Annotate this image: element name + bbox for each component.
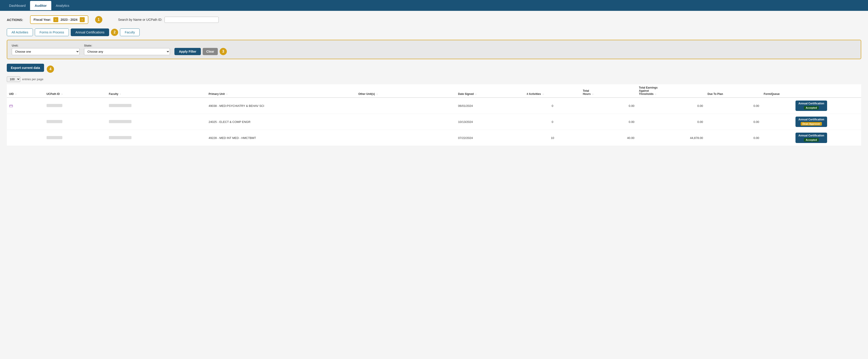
apply-filter-button[interactable]: Apply Filter xyxy=(175,48,201,55)
status-accepted-badge-3: Accepted xyxy=(804,138,819,142)
table-row: 49228 - MED INT MED - HMCTBMT 07/22/2024… xyxy=(7,130,861,146)
th-other-units: Other Unit(s) ↕ xyxy=(356,84,456,98)
unit-filter-label: Unit: xyxy=(12,44,80,47)
unit-filter-group: Unit: Choose one xyxy=(12,44,80,55)
th-total-hours: TotalHours ↕ xyxy=(581,84,637,98)
activities-cell-2: 0 xyxy=(524,114,580,130)
ucpath-cell-2 xyxy=(44,114,106,130)
sort-total-hours-icon[interactable]: ↕ xyxy=(592,93,593,95)
faculty-value-blurred-2 xyxy=(109,120,131,123)
ucpath-cell-3 xyxy=(44,130,106,146)
actions-bar: ACTIONS: Fiscal Year: ‹ 2023 - 2024 › 1 … xyxy=(7,16,861,24)
uid-cell-3 xyxy=(7,130,44,146)
ucpath-value-blurred-2 xyxy=(46,120,62,123)
th-faculty: Faculty ↑ xyxy=(106,84,207,98)
due-plan-cell-1: 0.00 xyxy=(705,98,762,114)
ucpath-cell xyxy=(44,98,106,114)
main-content: ACTIONS: Fiscal Year: ‹ 2023 - 2024 › 1 … xyxy=(0,11,868,150)
nav-auditor[interactable]: Auditor xyxy=(30,1,51,10)
sort-date-signed-icon[interactable]: ↕ xyxy=(475,93,476,95)
fiscal-year-selector: Fiscal Year: ‹ 2023 - 2024 › xyxy=(30,16,88,24)
ucpath-value-blurred-3 xyxy=(46,136,62,139)
fiscal-year-label: Fiscal Year: xyxy=(34,18,51,22)
other-units-cell-3 xyxy=(356,130,456,146)
annual-certification-badge-3[interactable]: Annual Certification Accepted xyxy=(796,132,827,143)
uid-cell-2 xyxy=(7,114,44,130)
nav-dashboard[interactable]: Dashboard xyxy=(4,1,30,10)
earnings-cell-1: 0.00 xyxy=(637,98,705,114)
fiscal-year-prev-button[interactable]: ‹ xyxy=(53,17,58,22)
sort-ucpath-icon[interactable]: ↕ xyxy=(61,93,63,95)
date-signed-cell-3: 07/22/2024 xyxy=(456,130,525,146)
tab-annual-certifications[interactable]: Annual Certifications xyxy=(71,28,109,36)
certifications-table: UID ↕ UCPath ID ↕ Faculty ↑ Primary Unit… xyxy=(7,84,861,146)
annual-certification-badge-2[interactable]: Annual Certification Dean Approver xyxy=(796,117,827,127)
form-queue-cell-2: Annual Certification Dean Approver xyxy=(762,114,861,130)
tab-all-activities[interactable]: All Activities xyxy=(7,28,33,36)
th-ucpath: UCPath ID ↕ xyxy=(44,84,106,98)
other-units-cell-2 xyxy=(356,114,456,130)
actions-label: ACTIONS: xyxy=(7,18,23,22)
form-queue-cell-1: Annual Certification Accepted xyxy=(762,98,861,114)
annual-certification-badge-1[interactable]: Annual Certification Accepted xyxy=(796,100,827,111)
entries-per-page-row: 10 25 50 100 entries per page xyxy=(7,77,861,82)
step-badge-1: 1 xyxy=(95,16,102,23)
step-badge-2: 2 xyxy=(111,29,118,36)
state-filter-label: State: xyxy=(84,44,170,47)
ucpath-value-blurred xyxy=(46,104,62,107)
faculty-value-blurred xyxy=(109,104,131,107)
date-signed-cell-2: 10/13/2024 xyxy=(456,114,525,130)
th-date-signed: Date Signed ↕ xyxy=(456,84,525,98)
fiscal-year-value: 2023 - 2024 xyxy=(61,18,78,22)
unit-filter-select[interactable]: Choose one xyxy=(12,48,80,55)
th-primary-unit: Primary Unit ↕ xyxy=(206,84,356,98)
earnings-cell-3: 44,878.00 xyxy=(637,130,705,146)
sort-earnings-icon[interactable]: ↕ xyxy=(655,93,656,95)
clear-filter-button[interactable]: Clear xyxy=(203,48,218,55)
state-filter-select[interactable]: Choose any xyxy=(84,48,170,55)
faculty-cell-3 xyxy=(106,130,207,146)
table-row: 24025 - ELECT & COMP ENGR 10/13/2024 0 0… xyxy=(7,114,861,130)
search-input[interactable] xyxy=(164,17,219,23)
sort-uid-icon[interactable]: ↕ xyxy=(16,93,17,95)
uid-cell: 🗃 xyxy=(7,98,44,114)
sort-other-units-icon[interactable]: ↕ xyxy=(377,93,378,95)
step-badge-3: 3 xyxy=(220,48,227,55)
fiscal-year-next-button[interactable]: › xyxy=(80,17,85,22)
table-row: 🗃 49038 - MED:PSYCHIATRY & BEHAV SCI 06/… xyxy=(7,98,861,114)
status-dean-badge-2: Dean Approver xyxy=(801,122,822,126)
total-hours-cell-1: 0.00 xyxy=(581,98,637,114)
edit-icon[interactable]: 🗃 xyxy=(9,103,13,108)
sort-faculty-icon[interactable]: ↑ xyxy=(120,93,121,95)
form-queue-cell-3: Annual Certification Accepted xyxy=(762,130,861,146)
tabs-bar: All Activities Forms in Process Annual C… xyxy=(7,28,861,36)
total-hours-cell-2: 0.00 xyxy=(581,114,637,130)
faculty-cell-2 xyxy=(106,114,207,130)
entries-per-page-select[interactable]: 10 25 50 100 xyxy=(7,77,20,82)
total-hours-cell-3: 40.00 xyxy=(581,130,637,146)
primary-unit-cell-3: 49228 - MED INT MED - HMCTBMT xyxy=(206,130,356,146)
nav-analytics[interactable]: Analytics xyxy=(51,1,74,10)
status-accepted-badge-1: Accepted xyxy=(804,106,819,110)
state-filter-group: State: Choose any xyxy=(84,44,170,55)
sort-activities-icon[interactable]: ↕ xyxy=(543,93,544,95)
primary-unit-cell: 49038 - MED:PSYCHIATRY & BEHAV SCI xyxy=(206,98,356,114)
due-plan-cell-2: 0.00 xyxy=(705,114,762,130)
activities-cell-3: 10 xyxy=(524,130,580,146)
due-plan-cell-3: 0.00 xyxy=(705,130,762,146)
th-uid: UID ↕ xyxy=(7,84,44,98)
faculty-cell xyxy=(106,98,207,114)
tab-faculty[interactable]: Faculty xyxy=(120,28,140,36)
filter-actions: Apply Filter Clear 3 xyxy=(175,48,227,55)
date-signed-cell-1: 06/01/2024 xyxy=(456,98,525,114)
step-badge-4: 4 xyxy=(47,65,54,73)
tab-forms-in-process[interactable]: Forms in Process xyxy=(35,28,69,36)
export-current-data-button[interactable]: Export current data xyxy=(7,64,44,72)
sort-primary-unit-icon[interactable]: ↕ xyxy=(226,93,227,95)
primary-unit-cell-2: 24025 - ELECT & COMP ENGR xyxy=(206,114,356,130)
other-units-cell-1 xyxy=(356,98,456,114)
activities-cell-1: 0 xyxy=(524,98,580,114)
top-navigation: Dashboard Auditor Analytics xyxy=(0,0,868,11)
search-section: Search by Name or UCPath ID: xyxy=(118,17,219,23)
faculty-value-blurred-3 xyxy=(109,136,131,139)
